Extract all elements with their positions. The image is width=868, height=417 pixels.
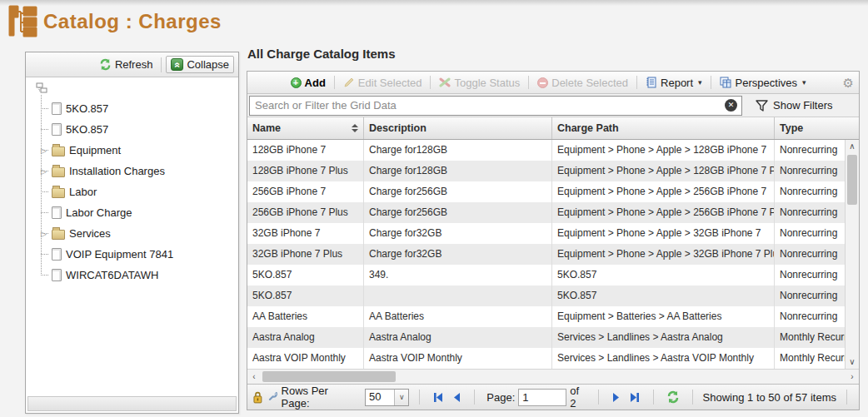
expander-icon[interactable]: ▷ [40, 146, 47, 155]
toggle-status-button[interactable]: Toggle Status [436, 76, 523, 90]
cell-charge-path: Equipment > Phone > Apple > 32GB iPhone … [552, 223, 775, 244]
tree-item[interactable]: ▷ 5KO.857 [38, 119, 235, 140]
tree-item[interactable]: ▷ VOIP Equipment 7841 [38, 244, 235, 265]
tree-item[interactable]: ▷ Labor Charge [38, 202, 235, 223]
cell-type: Nonrecurring [775, 223, 845, 244]
horizontal-scroll-track[interactable] [261, 370, 846, 384]
column-header-charge-path[interactable]: Charge Path [552, 117, 775, 139]
next-page-button[interactable] [609, 392, 623, 403]
search-input[interactable] [249, 96, 742, 116]
pager-separator [653, 390, 654, 405]
table-row[interactable]: 128GB iPhone 7 Plus Charge for128GB Equi… [247, 161, 845, 181]
tree-item[interactable]: ▷ Services [38, 223, 235, 244]
expander-icon[interactable]: ▷ [40, 167, 47, 176]
pencil-icon [343, 77, 355, 88]
tree-item[interactable]: ▷ WIRCAT6DATAWH [38, 265, 235, 285]
cell-name: 128GB iPhone 7 Plus [247, 161, 364, 181]
column-header-name[interactable]: Name [247, 117, 364, 139]
rows-per-page-select[interactable]: 50 ∨ [365, 389, 409, 406]
first-page-icon [432, 392, 444, 403]
filter-funnel-icon [756, 100, 768, 112]
pager-separator [598, 390, 599, 405]
last-page-button[interactable] [626, 392, 643, 403]
show-filters-button[interactable]: Show Filters [756, 99, 833, 112]
table-row[interactable]: AA Batteries AA Batteries Equipment > Ba… [247, 306, 845, 327]
cell-description: Charge for256GB [364, 181, 552, 202]
horizontal-scroll-thumb[interactable] [262, 371, 396, 382]
column-label: Name [252, 122, 281, 134]
table-row[interactable]: 128GB iPhone 7 Charge for128GB Equipment… [247, 140, 845, 161]
column-header-type[interactable]: Type [775, 117, 859, 139]
table-row[interactable]: 32GB iPhone 7 Charge for32GB Equipment >… [247, 223, 845, 244]
previous-page-icon [452, 392, 461, 403]
delete-selected-label: Delete Selected [551, 77, 628, 89]
gear-icon[interactable]: ⚙ [843, 77, 854, 89]
clear-search-icon[interactable]: ✕ [725, 99, 737, 112]
scroll-right-arrow[interactable]: › [846, 370, 859, 384]
table-row[interactable]: 256GB iPhone 7 Plus Charge for256GB Equi… [247, 202, 845, 223]
page-of-label: of 2 [570, 385, 587, 410]
tree-item-label: WIRCAT6DATAWH [66, 269, 158, 281]
grid-body: 128GB iPhone 7 Charge for128GB Equipment… [247, 140, 859, 369]
edit-selected-button[interactable]: Edit Selected [340, 76, 426, 90]
column-header-description[interactable]: Description [364, 117, 552, 139]
tree-list: ▷ 5KO.857 ▷ 5KO.857 ▷ Equipment ▷ Instal… [38, 98, 235, 285]
first-page-button[interactable] [430, 392, 446, 403]
scroll-down-arrow[interactable]: ∨ [846, 355, 859, 369]
pager-separator [846, 390, 847, 405]
grid-toolbar: + Add Edit Selected Toggle Status Delete… [247, 72, 859, 94]
tree-refresh-button[interactable]: Refresh [95, 57, 157, 72]
grid-rows: 128GB iPhone 7 Charge for128GB Equipment… [247, 140, 845, 369]
cell-type: Nonrecurring [775, 140, 845, 161]
cell-name: AA Batteries [247, 306, 364, 327]
table-row[interactable]: Aastra Analog Aastra Analog Services > L… [247, 327, 845, 348]
add-button[interactable]: + Add [287, 76, 329, 90]
folder-icon [52, 146, 65, 156]
cell-name: 256GB iPhone 7 [247, 181, 364, 202]
tree-item-label: Labor Charge [66, 206, 132, 219]
pager-separator [692, 390, 693, 405]
page-number-input[interactable] [518, 389, 566, 406]
cell-type: Nonrecurring [775, 161, 845, 181]
vertical-scroll-track[interactable] [846, 153, 859, 355]
lock-icon[interactable] [252, 391, 263, 404]
chevron-down-icon: ▾ [698, 78, 702, 87]
cell-type: Nonrecurring [775, 265, 845, 285]
scroll-left-arrow[interactable]: ‹ [247, 370, 261, 384]
tree-body: ▷ 5KO.857 ▷ 5KO.857 ▷ Equipment ▷ Instal… [26, 77, 238, 395]
cell-name: 5KO.857 [247, 265, 364, 285]
tree-root-icon[interactable] [36, 82, 235, 97]
cell-type: Nonrecurring [775, 306, 845, 327]
cell-description: Charge for128GB [364, 140, 552, 161]
cell-charge-path: Equipment > Phone > Apple > 128GB iPhone… [552, 140, 775, 161]
table-row[interactable]: 256GB iPhone 7 Charge for256GB Equipment… [247, 181, 845, 202]
perspectives-dropdown-button[interactable]: Perspectives ▾ [716, 76, 810, 90]
table-row[interactable]: 32GB iPhone 7 Plus Charge for32GB Equipm… [247, 244, 845, 265]
column-label: Type [780, 122, 803, 134]
grid-refresh-button[interactable] [664, 390, 682, 404]
scroll-up-arrow[interactable]: ∧ [846, 140, 859, 153]
toolbar-separator [636, 76, 637, 89]
wrench-icon[interactable] [267, 391, 278, 403]
table-row[interactable]: Aastra VOIP Monthly Aastra VOIP Monthly … [247, 348, 845, 369]
report-dropdown-button[interactable]: Report ▾ [642, 76, 706, 90]
tree-collapse-button[interactable]: « Collapse [166, 56, 234, 73]
refresh-icon [666, 390, 680, 404]
horizontal-scrollbar[interactable]: ‹ › [247, 369, 859, 384]
tree-item[interactable]: ▷ Labor [38, 181, 235, 202]
tree-toolbar-separator [161, 57, 162, 72]
table-row[interactable]: 5KO.857 349. 5KO.857 Nonrecurring [247, 265, 845, 285]
delete-selected-button[interactable]: Delete Selected [534, 76, 631, 90]
tree-collapse-label: Collapse [187, 58, 229, 71]
toggle-status-icon [439, 77, 451, 88]
tree-item[interactable]: ▷ Equipment [38, 140, 235, 161]
table-row[interactable]: 5KO.857 5KO.857 Nonrecurring [247, 285, 845, 306]
expander-icon[interactable]: ▷ [40, 230, 47, 238]
page-title: Catalog : Charges [43, 10, 222, 33]
previous-page-button[interactable] [450, 392, 464, 403]
vertical-scroll-thumb[interactable] [847, 155, 857, 205]
cell-charge-path: Equipment > Phone > Apple > 128GB iPhone… [552, 161, 775, 181]
tree-item[interactable]: ▷ Installation Charges [38, 161, 235, 181]
vertical-scrollbar[interactable]: ∧ ∨ [845, 140, 859, 369]
tree-item[interactable]: ▷ 5KO.857 [38, 98, 235, 119]
